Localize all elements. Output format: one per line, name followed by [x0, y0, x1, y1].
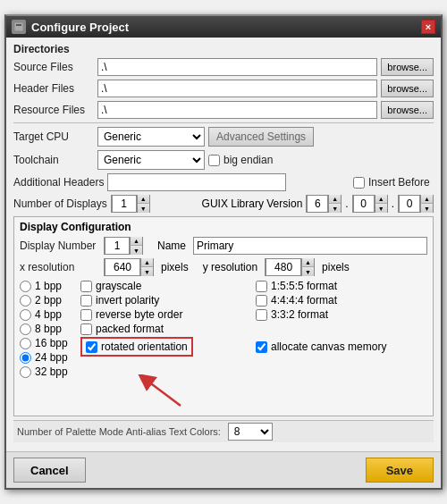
y-res-up[interactable]: ▲: [301, 258, 314, 267]
divider-1: [13, 122, 434, 123]
y-res-label: y resolution: [203, 261, 257, 273]
packed-format-label[interactable]: packed format: [80, 323, 252, 335]
display-number-up[interactable]: ▲: [130, 237, 142, 246]
palette-label: Number of Palette Mode Anti-alias Text C…: [17, 426, 221, 437]
bpp-1-radio[interactable]: [20, 281, 31, 292]
resource-files-browse-button[interactable]: browse...: [381, 101, 434, 119]
bpp-32-radio[interactable]: [20, 366, 31, 378]
bpp-8-radio[interactable]: [20, 323, 31, 335]
save-button[interactable]: Save: [366, 458, 434, 483]
num-displays-up[interactable]: ▲: [137, 195, 149, 204]
num-displays-label: Number of Displays: [13, 197, 107, 210]
guix-v2-down[interactable]: ▼: [375, 204, 387, 213]
allocate-canvas-checkbox[interactable]: [256, 341, 267, 353]
x-res-spinner[interactable]: ▲ ▼: [104, 258, 154, 276]
bpp-4-radio[interactable]: [20, 309, 31, 321]
arrow-area: [20, 378, 427, 412]
palette-select[interactable]: 8: [228, 423, 273, 441]
grayscale-label[interactable]: grayscale: [80, 280, 252, 292]
additional-headers-input[interactable]: [107, 173, 286, 191]
invert-polarity-label[interactable]: invert polarity: [80, 294, 252, 307]
display-name-input[interactable]: [193, 237, 427, 255]
insert-before-label[interactable]: Insert Before: [353, 176, 434, 189]
format-155-checkbox[interactable]: [256, 281, 267, 292]
pixels-label-2: pixels: [322, 261, 350, 273]
resource-files-input[interactable]: [97, 101, 377, 119]
cancel-button[interactable]: Cancel: [13, 458, 86, 483]
display-number-spinner[interactable]: ▲ ▼: [104, 237, 143, 255]
display-number-down[interactable]: ▼: [130, 246, 142, 255]
format-332-checkbox[interactable]: [256, 309, 267, 321]
bpp-4-label[interactable]: 4 bpp: [20, 308, 73, 321]
num-displays-row: Number of Displays ▲ ▼ GUIX Library Vers…: [13, 195, 434, 213]
guix-v1-spinner[interactable]: ▲ ▼: [306, 195, 342, 213]
title-bar: Configure Project ×: [6, 16, 441, 38]
resource-files-label: Resource Files: [13, 104, 94, 116]
close-button[interactable]: ×: [421, 20, 435, 34]
red-arrow-icon: [109, 374, 198, 410]
packed-format-checkbox[interactable]: [80, 323, 92, 335]
format-444-label[interactable]: 4:4:4:4 format: [256, 294, 427, 307]
guix-v3-up[interactable]: ▲: [420, 195, 433, 204]
grayscale-checkbox[interactable]: [80, 281, 92, 292]
guix-v3-spinner[interactable]: ▲ ▼: [398, 195, 434, 213]
toolchain-label: Toolchain: [13, 154, 94, 166]
num-displays-down[interactable]: ▼: [137, 204, 149, 213]
y-res-down[interactable]: ▼: [301, 267, 314, 276]
guix-v2-spinner[interactable]: ▲ ▼: [352, 195, 388, 213]
svg-rect-1: [16, 24, 21, 26]
header-files-browse-button[interactable]: browse...: [381, 80, 434, 97]
bpp-column: 1 bpp 2 bpp 4 bpp 8 bpp 16 bpp 24 bpp 32…: [20, 280, 73, 378]
num-displays-input[interactable]: [112, 195, 137, 213]
source-files-browse-button[interactable]: browse...: [381, 58, 434, 76]
resolution-row: x resolution ▲ ▼ pixels y resolution ▲ ▼: [20, 258, 427, 276]
bpp-16-radio[interactable]: [20, 338, 31, 349]
reverse-byte-order-checkbox[interactable]: [80, 309, 92, 321]
format-332-label[interactable]: 3:3:2 format: [256, 308, 427, 321]
target-cpu-select[interactable]: Generic: [97, 127, 205, 147]
guix-v2-input[interactable]: [353, 195, 375, 213]
bpp-32-label[interactable]: 32 bpp: [20, 365, 73, 378]
display-number-row: Display Number ▲ ▼ Name: [20, 237, 427, 255]
bpp-1-label[interactable]: 1 bpp: [20, 280, 73, 292]
y-res-spinner[interactable]: ▲ ▼: [265, 258, 315, 276]
x-res-input[interactable]: [105, 258, 140, 276]
source-files-input[interactable]: [97, 58, 377, 76]
allocate-canvas-label[interactable]: allocate canvas memory: [256, 337, 427, 357]
format-155-label[interactable]: 1:5:5:5 format: [256, 280, 427, 292]
y-res-input[interactable]: [266, 258, 301, 276]
toolchain-select[interactable]: Generic: [97, 150, 205, 170]
bpp-2-label[interactable]: 2 bpp: [20, 294, 73, 307]
x-res-up[interactable]: ▲: [140, 258, 153, 267]
guix-v2-up[interactable]: ▲: [375, 195, 387, 204]
guix-label: GUIX Library Version: [202, 197, 303, 210]
num-displays-spinner-btns: ▲ ▼: [137, 195, 149, 213]
invert-polarity-checkbox[interactable]: [80, 295, 92, 307]
format-444-checkbox[interactable]: [256, 295, 267, 307]
bpp-24-radio[interactable]: [20, 352, 31, 364]
big-endian-label[interactable]: big endian: [208, 154, 289, 166]
guix-v1-up[interactable]: ▲: [328, 195, 341, 204]
configure-project-window: Configure Project × Directories Source F…: [4, 14, 443, 490]
bpp-8-label[interactable]: 8 bpp: [20, 323, 73, 335]
bpp-2-radio[interactable]: [20, 295, 31, 307]
num-displays-spinner[interactable]: ▲ ▼: [111, 195, 150, 213]
advanced-settings-button[interactable]: Advanced Settings: [208, 127, 314, 147]
big-endian-checkbox[interactable]: [208, 155, 220, 166]
main-content: Directories Source Files browse... Heade…: [6, 38, 441, 451]
guix-v1-input[interactable]: [307, 195, 328, 213]
reverse-byte-order-label[interactable]: reverse byte order: [80, 308, 252, 321]
x-res-down[interactable]: ▼: [140, 267, 153, 276]
insert-before-checkbox[interactable]: [353, 177, 365, 189]
toolchain-row: Toolchain Generic big endian: [13, 150, 434, 170]
guix-v3-down[interactable]: ▼: [420, 204, 433, 213]
guix-v3-input[interactable]: [399, 195, 420, 213]
directories-label: Directories: [13, 43, 434, 55]
bpp-16-label[interactable]: 16 bpp: [20, 337, 73, 349]
rotated-orientation-label[interactable]: rotated orientation: [80, 337, 193, 357]
display-number-input[interactable]: [105, 237, 130, 255]
guix-v1-down[interactable]: ▼: [328, 204, 341, 213]
rotated-orientation-checkbox[interactable]: [86, 341, 97, 353]
bpp-24-label[interactable]: 24 bpp: [20, 351, 73, 364]
header-files-input[interactable]: [97, 80, 377, 97]
